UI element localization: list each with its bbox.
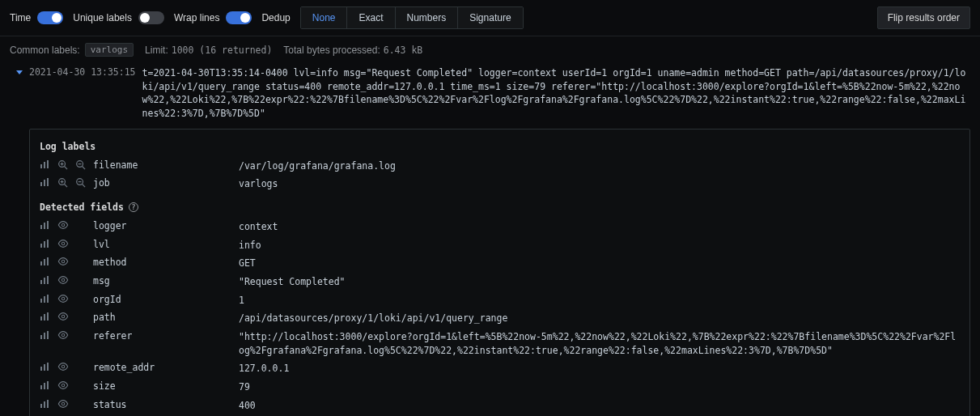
svg-rect-2	[47, 160, 49, 168]
svg-rect-11	[44, 180, 45, 186]
dedup-none-button[interactable]: None	[301, 7, 348, 28]
expand-caret-icon[interactable]	[16, 70, 23, 74]
flip-results-button[interactable]: Flip results order	[877, 6, 970, 29]
stats-icon[interactable]	[40, 399, 57, 409]
dedup-signature-button[interactable]: Signature	[458, 7, 522, 28]
meta-row: Common labels: varlogs Limit: 1000 (16 r…	[0, 36, 980, 63]
label-value: /var/log/grafana/grafana.log	[239, 159, 960, 173]
eye-icon[interactable]	[57, 275, 75, 285]
svg-point-35	[62, 278, 65, 282]
dedup-label: Dedup	[261, 12, 290, 23]
eye-icon[interactable]	[57, 220, 75, 230]
svg-rect-28	[40, 261, 42, 265]
svg-rect-36	[40, 299, 42, 303]
field-value: info	[239, 239, 960, 253]
field-value: "http://localhost:3000/explore?orgId=1&l…	[239, 330, 960, 357]
dedup-group-wrapper: Dedup None Exact Numbers Signature	[261, 6, 523, 29]
stats-icon[interactable]	[40, 257, 57, 266]
field-key: logger	[93, 220, 239, 231]
filter-for-icon[interactable]	[57, 177, 75, 188]
eye-icon[interactable]	[57, 399, 75, 409]
label-key: filename	[93, 159, 239, 171]
log-row[interactable]: 2021-04-30 13:35:15 t=2021-04-30T13:35:1…	[0, 63, 980, 124]
log-message: t=2021-04-30T13:35:14-0400 lvl=info msg=…	[142, 66, 970, 121]
info-icon[interactable]: ?	[129, 202, 138, 212]
svg-rect-40	[40, 316, 42, 320]
svg-rect-38	[47, 295, 49, 303]
field-row: status400	[40, 397, 960, 415]
filter-out-icon[interactable]	[75, 159, 93, 170]
svg-rect-50	[47, 363, 49, 371]
field-row: methodGET	[40, 254, 960, 273]
dedup-numbers-button[interactable]: Numbers	[396, 7, 459, 28]
svg-line-14	[65, 185, 68, 188]
eye-icon[interactable]	[57, 330, 75, 340]
svg-rect-49	[44, 364, 45, 371]
svg-point-59	[62, 402, 65, 405]
limit-label: Limit:	[145, 45, 168, 56]
eye-icon[interactable]	[57, 294, 75, 304]
svg-point-27	[62, 242, 65, 245]
svg-rect-10	[40, 182, 42, 186]
field-row: remote_addr127.0.0.1	[40, 359, 960, 378]
svg-rect-54	[47, 381, 49, 389]
label-key: job	[93, 177, 239, 189]
eye-icon[interactable]	[57, 257, 75, 266]
detected-fields-heading: Detected fields ?	[40, 202, 960, 213]
svg-rect-42	[47, 312, 49, 320]
field-row: lvlinfo	[40, 236, 960, 255]
log-labels-heading: Log labels	[40, 141, 960, 152]
svg-rect-52	[40, 385, 42, 389]
svg-rect-57	[44, 401, 45, 408]
common-labels-label: Common labels:	[10, 45, 80, 56]
stats-icon[interactable]	[40, 380, 57, 390]
eye-icon[interactable]	[57, 312, 75, 321]
svg-rect-29	[44, 259, 45, 265]
stats-icon[interactable]	[40, 294, 57, 304]
svg-rect-30	[47, 257, 49, 265]
stats-icon[interactable]	[40, 239, 57, 248]
stats-icon[interactable]	[40, 312, 57, 321]
filter-out-icon[interactable]	[75, 177, 93, 188]
label-value: varlogs	[239, 177, 960, 191]
time-toggle[interactable]	[37, 11, 63, 24]
stats-icon[interactable]	[40, 362, 57, 371]
svg-rect-53	[44, 383, 45, 389]
stats-icon[interactable]	[40, 330, 57, 340]
filter-for-icon[interactable]	[57, 159, 75, 170]
field-key: lvl	[93, 239, 239, 250]
log-labels-heading-text: Log labels	[40, 141, 95, 152]
limit-value: 1000 (16 returned)	[172, 45, 273, 56]
stats-icon[interactable]	[40, 275, 57, 285]
svg-point-43	[62, 316, 65, 319]
common-labels-tag: varlogs	[85, 43, 134, 57]
eye-icon[interactable]	[57, 362, 75, 371]
stats-icon[interactable]	[40, 220, 57, 230]
svg-rect-56	[40, 404, 42, 408]
log-timestamp: 2021-04-30 13:35:15	[29, 66, 136, 78]
stats-icon[interactable]	[40, 177, 57, 187]
field-key: method	[93, 257, 239, 268]
field-row: referer"http://localhost:3000/explore?or…	[40, 328, 960, 359]
svg-rect-25	[44, 241, 45, 248]
svg-rect-12	[47, 178, 49, 186]
svg-rect-46	[47, 331, 49, 339]
eye-icon[interactable]	[57, 380, 75, 390]
stats-icon[interactable]	[40, 159, 57, 169]
unique-labels-toggle[interactable]	[138, 11, 164, 24]
svg-rect-24	[40, 244, 42, 248]
svg-line-18	[83, 185, 86, 188]
field-key: msg	[93, 275, 239, 287]
detected-fields-heading-text: Detected fields	[40, 202, 124, 213]
svg-rect-44	[40, 335, 42, 339]
svg-point-31	[62, 261, 65, 264]
field-value: 127.0.0.1	[239, 362, 960, 376]
svg-rect-37	[44, 296, 45, 303]
dedup-exact-button[interactable]: Exact	[347, 7, 395, 28]
svg-rect-1	[44, 162, 45, 168]
unique-labels-toggle-group: Unique labels	[73, 11, 164, 24]
eye-icon[interactable]	[57, 239, 75, 248]
svg-rect-26	[47, 240, 49, 248]
wrap-lines-toggle[interactable]	[226, 11, 252, 24]
svg-point-55	[62, 384, 65, 387]
